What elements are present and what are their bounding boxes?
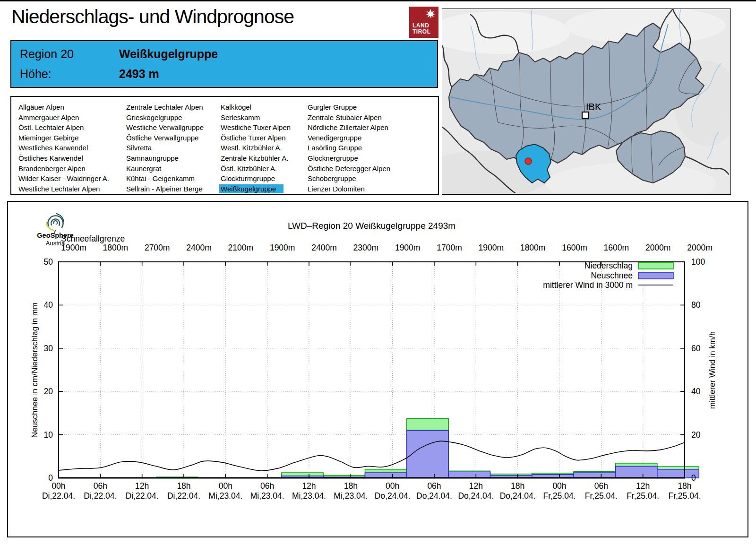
bar-neuschnee bbox=[407, 430, 448, 478]
y-axis-right-tick-label: 0 bbox=[691, 473, 696, 483]
region-list-item[interactable]: Westliches Karwendel bbox=[17, 143, 111, 153]
region-list-item-label: Westliche Tuxer Alpen bbox=[219, 123, 292, 132]
region-list-item-label: Östliche Verwallgruppe bbox=[125, 133, 200, 142]
region-list-item[interactable]: Allgäuer Alpen bbox=[17, 102, 111, 112]
chart-gridlines bbox=[59, 262, 685, 478]
x-axis-date-label: Mi,23.04. bbox=[208, 491, 242, 501]
bar-neuschnee bbox=[365, 473, 407, 478]
region-list-item[interactable]: Zentrale Stubaier Alpen bbox=[306, 112, 392, 123]
region-list-item[interactable]: Lienzer Dolomiten bbox=[306, 184, 392, 194]
region-list-item-label: Westliche Lechtaler Alpen bbox=[17, 184, 101, 193]
plot-frame bbox=[59, 262, 685, 478]
region-list-item[interactable]: Nördliche Zillertaler Alpen bbox=[306, 122, 392, 133]
bar-neuschnee bbox=[574, 473, 615, 478]
region-list-item[interactable]: Wilder Kaiser - Waidringer A. bbox=[17, 173, 111, 184]
region-list-item-label: Zentrale Lechtaler Alpen bbox=[125, 103, 205, 112]
land-tirol-logo: LAND TIROL bbox=[409, 7, 438, 38]
region-list-item-label: Venedigergruppe bbox=[306, 133, 363, 142]
x-axis-time-label: 00h bbox=[219, 481, 232, 491]
y-axis-right-tick-label: 100 bbox=[691, 257, 705, 267]
region-list-item[interactable]: Östliche Tuxer Alpen bbox=[219, 133, 292, 143]
region-list-item[interactable]: Mieminger Gebirge bbox=[17, 133, 111, 143]
region-list-item[interactable]: Lasörling Gruppe bbox=[306, 143, 392, 153]
y-axis-right-tick-label: 60 bbox=[691, 344, 701, 353]
region-list-item-label: Allgäuer Alpen bbox=[17, 103, 66, 112]
region-list-item-label: Zentrale Kitzbühler A. bbox=[219, 154, 290, 163]
snowline-value: 1900m bbox=[395, 243, 421, 252]
snowline-value: 1600m bbox=[604, 243, 629, 252]
region-list-item[interactable]: Schobergruppe bbox=[306, 173, 392, 184]
region-list-item[interactable]: Silvretta bbox=[125, 143, 205, 153]
region-list-item-label: Lasörling Gruppe bbox=[306, 143, 363, 152]
region-list-item[interactable]: Kühtai - Geigenkamm bbox=[125, 173, 205, 184]
region-list-item[interactable]: Brandenberger Alpen bbox=[17, 164, 111, 174]
region-list-item[interactable]: Westl. Kitzbühler A. bbox=[219, 143, 292, 153]
region-list-column-2: Zentrale Lechtaler AlpenGrieskogelgruppe… bbox=[125, 102, 205, 194]
region-list-item-label: Grieskogelgruppe bbox=[125, 113, 183, 122]
region-list-item[interactable]: Westliche Tuxer Alpen bbox=[219, 122, 292, 133]
region-list-item[interactable]: Östliche Deferegger Alpen bbox=[306, 164, 392, 174]
forecast-chart: LWD–Region 20 Weißkugelgruppe 2493mSchne… bbox=[8, 202, 747, 536]
region-list-item[interactable]: Sellrain - Alpeiner Berge bbox=[125, 184, 205, 194]
region-list-item-label: Sellrain - Alpeiner Berge bbox=[125, 184, 204, 193]
x-axis-time-label: 18h bbox=[678, 481, 691, 491]
region-list-item-label: Weißkugelgruppe bbox=[219, 184, 284, 193]
region-list-item-label: Kaunergrat bbox=[125, 164, 163, 173]
x-axis-time-label: 12h bbox=[469, 481, 483, 491]
region-list-item[interactable]: Serleskamm bbox=[219, 112, 292, 123]
wind-line bbox=[59, 441, 685, 471]
region-list-item[interactable]: Ammergauer Alpen bbox=[17, 112, 111, 123]
region-list-item-label: Lienzer Dolomiten bbox=[306, 184, 366, 193]
region-list-item-label: Westliche Verwallgruppe bbox=[125, 123, 205, 132]
x-axis-date-label: Do,24.04. bbox=[416, 491, 452, 501]
x-axis-time-label: 06h bbox=[427, 481, 441, 491]
x-axis-time-label: 12h bbox=[302, 481, 316, 491]
region-list-item[interactable]: Östliche Verwallgruppe bbox=[125, 133, 205, 143]
region-name-value: Weißkugelgruppe bbox=[119, 47, 218, 61]
region-list-item-label: Silvretta bbox=[125, 143, 153, 152]
x-axis-date-label: Di,22.04. bbox=[126, 491, 159, 501]
x-axis-time-label: 00h bbox=[552, 481, 566, 491]
region-list-item-label: Kalkkögel bbox=[219, 103, 253, 112]
region-list-item[interactable]: Weißkugelgruppe bbox=[219, 184, 292, 194]
x-axis-date-label: Mi,23.04. bbox=[250, 491, 284, 501]
region-list-item-label: Westl. Kitzbühler A. bbox=[219, 143, 284, 152]
region-list-item[interactable]: Östliches Karwendel bbox=[17, 153, 111, 164]
x-axis-date-label: Di,22.04. bbox=[84, 491, 117, 501]
snowline-value: 2700m bbox=[145, 243, 170, 252]
region-list-item[interactable]: Glockturmgruppe bbox=[219, 173, 292, 184]
x-axis-time-label: 00h bbox=[386, 481, 399, 491]
x-axis-date-label: Fr,25.04. bbox=[668, 491, 701, 501]
x-axis-time-label: 06h bbox=[594, 481, 608, 491]
y-axis-left-tick-label: 10 bbox=[44, 430, 53, 440]
region-list-item-label: Östliche Tuxer Alpen bbox=[219, 133, 287, 142]
region-list-item[interactable]: Glocknergruppe bbox=[306, 153, 392, 164]
y-axis-left-tick-label: 30 bbox=[44, 344, 53, 353]
region-list-item[interactable]: Östl. Lechtaler Alpen bbox=[17, 122, 111, 133]
region-list-item-label: Östliche Deferegger Alpen bbox=[306, 164, 392, 173]
region-list-item[interactable]: Westliche Lechtaler Alpen bbox=[17, 184, 111, 194]
region-list-item[interactable]: Gurgler Gruppe bbox=[306, 102, 392, 112]
x-axis-date-label: Di,22.04. bbox=[42, 491, 75, 501]
region-list-item[interactable]: Samnaungruppe bbox=[125, 153, 205, 164]
region-list-item-label: Östl. Lechtaler Alpen bbox=[17, 123, 85, 132]
forecast-chart-panel: GeoSphere Austria LWD–Region 20 Weißkuge… bbox=[7, 201, 748, 537]
region-list-item[interactable]: Östl. Kitzbühler A. bbox=[219, 164, 292, 174]
region-list-item[interactable]: Westliche Verwallgruppe bbox=[125, 122, 205, 133]
region-list-item[interactable]: Zentrale Kitzbühler A. bbox=[219, 153, 292, 164]
y-axis-left-tick-label: 50 bbox=[44, 257, 53, 267]
region-list-item[interactable]: Kalkkögel bbox=[219, 102, 292, 112]
x-axis-time-label: 06h bbox=[94, 481, 107, 491]
region-list-item[interactable]: Zentrale Lechtaler Alpen bbox=[125, 102, 205, 112]
x-axis-date-label: Fr,25.04. bbox=[543, 491, 576, 501]
region-list-item[interactable]: Kaunergrat bbox=[125, 164, 205, 174]
region-list-item[interactable]: Venedigergruppe bbox=[306, 133, 392, 143]
region-list-item[interactable]: Grieskogelgruppe bbox=[125, 112, 205, 123]
region-list-item-label: Westliches Karwendel bbox=[17, 143, 89, 152]
x-axis-time-label: 12h bbox=[135, 481, 149, 491]
axis-ticks bbox=[59, 262, 685, 478]
snowline-value: 2400m bbox=[186, 243, 212, 252]
x-axis-date-label: Do,24.04. bbox=[375, 491, 411, 501]
region-list-item-label: Mieminger Gebirge bbox=[17, 133, 80, 142]
tirol-overview-map[interactable]: IBK bbox=[442, 9, 731, 195]
